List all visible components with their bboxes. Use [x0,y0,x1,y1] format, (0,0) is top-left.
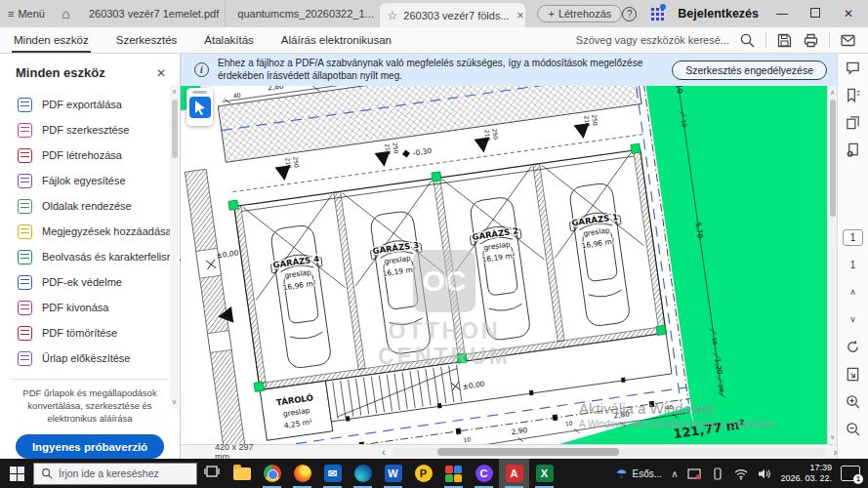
rotate-page-icon[interactable] [838,333,868,360]
tab-document-2[interactable]: quantumcms_20260322_1... [225,0,379,27]
volume-icon[interactable] [757,467,771,480]
acrobat-icon: A [506,465,523,482]
tool-scan-ocr[interactable]: Beolvasás és karakterfelism... [0,244,180,269]
dsm-icon [445,466,462,482]
tab-document-active[interactable]: ☆ 260303 vezér7 földs... × [380,3,526,27]
close-window-button[interactable]: ✕ [839,7,858,20]
search-icon[interactable] [739,32,756,49]
tab-document-1[interactable]: 260303 vezér7 1emelet.pdf [77,0,225,27]
horizontal-scrollbar[interactable] [393,448,826,457]
taskbar-app-explorer[interactable] [227,459,257,488]
taskbar-app-excel[interactable]: X [529,459,559,488]
menu-button[interactable]: ≡ Menü [0,8,55,20]
menu-esign[interactable]: Aláírás elektronikusan [268,27,405,53]
previous-page-icon[interactable]: ∧ [838,278,868,305]
enable-editing-button[interactable]: Szerkesztés engedélyezése [672,61,827,80]
page-thumbnails-icon[interactable] [838,108,868,136]
taskbar-app-acrobat[interactable]: A [499,459,529,488]
taskbar-search-input[interactable]: Írjon ide a kereséshez [33,463,197,485]
help-icon[interactable]: ? [622,7,637,21]
weather-widget[interactable]: ☂ Esős... [616,467,662,481]
taskbar-app-mail[interactable]: ✉ [317,459,348,488]
print-icon[interactable] [803,32,819,49]
export-pdf-icon [18,98,32,112]
tool-edit-pdf[interactable]: PDF szerkesztése [0,117,180,142]
close-tab-icon[interactable]: × [516,9,524,22]
tool-redact-pdf[interactable]: PDF kivonása [0,295,180,320]
email-icon[interactable] [840,32,856,49]
taskbar-app-photos[interactable]: P [408,459,438,488]
scroll-down-icon[interactable]: ∨ [170,398,179,406]
scroll-up-icon[interactable]: ∧ [170,88,179,96]
menu-convert[interactable]: Átalakítás [190,27,268,53]
notification-dot [660,4,666,10]
search-icon [41,468,53,479]
svg-text:10: 10 [681,119,688,128]
tool-add-comments[interactable]: Megjegyzések hozzáadása [0,219,180,244]
menu-edit[interactable]: Szerkesztés [103,27,191,53]
svg-text:40: 40 [665,403,674,411]
start-button[interactable] [0,459,33,488]
taskbar-app-dsm[interactable] [438,459,469,488]
floating-toolbar[interactable] [186,88,213,126]
scroll-up-icon[interactable]: ∧ [828,89,837,97]
wifi-icon[interactable] [733,467,748,480]
document-viewport[interactable]: 2,80 40 210 250 210 250 210 250 210 250 [181,86,827,444]
sign-in-button[interactable]: Bejelentkezés [678,7,759,20]
chrome-icon [264,465,281,482]
tool-protect-pdf[interactable]: PDF-ek védelme [0,269,180,295]
page-number-input[interactable]: 1 [843,229,863,246]
tray-expand-icon[interactable]: ∧ [671,468,678,479]
zoom-out-icon[interactable] [838,415,868,442]
free-trial-button[interactable]: Ingyenes próbaverzió [16,434,164,459]
taskbar-app-edge[interactable] [348,459,378,488]
home-icon[interactable]: ⌂ [55,6,77,21]
tool-export-pdf[interactable]: PDF exportálása [0,92,180,117]
photos-icon: P [415,465,433,482]
taskbar-app-firefox[interactable] [287,459,317,488]
create-button[interactable]: + Létrehozás [537,5,622,22]
drag-handle[interactable] [192,91,207,94]
star-icon[interactable]: ☆ [388,9,398,22]
tool-organize-pages[interactable]: Oldalak rendezése [0,193,180,219]
search-label[interactable]: Szöveg vagy eszközök keresé... [576,34,729,46]
taskbar-app-capcut[interactable]: C [469,459,499,488]
scroll-left-icon[interactable]: ‹ [382,447,385,458]
clock-widget[interactable]: 17:39 2026. 03. 22. [780,463,832,484]
comments-icon[interactable] [838,54,868,81]
next-page-icon[interactable]: ∨ [838,305,868,333]
menu-bar: Minden eszköz Szerkesztés Átalakítás Alá… [0,27,868,54]
status-bar: 420 x 297 mm ‹ › [181,444,837,459]
notification-center-icon[interactable]: 1 [841,466,860,481]
phone-link-icon[interactable] [710,467,724,480]
snip-icon[interactable] [686,467,701,480]
taskbar-app-word[interactable]: W [378,459,408,488]
fit-page-icon[interactable] [838,360,868,387]
print-production-icon[interactable] [838,136,868,163]
menu-all-tools[interactable]: Minden eszköz [0,27,103,53]
acrobat-window: ≡ Menü ⌂ 260303 vezér7 1emelet.pdf quant… [0,0,868,488]
tool-combine-files[interactable]: Fájlok egyesítése [0,168,180,193]
tool-compress-pdf[interactable]: PDF tömörítése [0,320,180,346]
mail-icon: ✉ [324,465,342,482]
firefox-icon [294,465,311,482]
select-tool-button[interactable] [189,97,211,118]
save-icon[interactable] [776,32,793,49]
apps-grid-icon[interactable] [650,7,664,20]
svg-text:10: 10 [565,419,574,427]
sidebar-scrollbar[interactable]: ∧ ∨ [170,86,179,408]
svg-text:20: 20 [718,384,725,392]
close-sidebar-icon[interactable]: ✕ [156,66,166,80]
zoom-in-icon[interactable] [838,387,868,415]
protect-pdf-icon [18,275,32,290]
notification-badge: 1 [853,474,863,484]
minimize-button[interactable]: — [772,7,792,20]
tool-create-pdf[interactable]: PDF létrehozása [0,142,180,168]
tool-prepare-form[interactable]: Űrlap előkészítése [0,346,180,371]
bookmarks-icon[interactable] [838,81,868,108]
document-scrollbar[interactable]: ∧ ∨ [827,86,837,444]
maximize-button[interactable] [806,7,825,20]
scroll-down-icon[interactable]: ∨ [828,433,837,441]
task-view-button[interactable] [197,465,227,482]
taskbar-app-chrome[interactable] [257,459,287,488]
